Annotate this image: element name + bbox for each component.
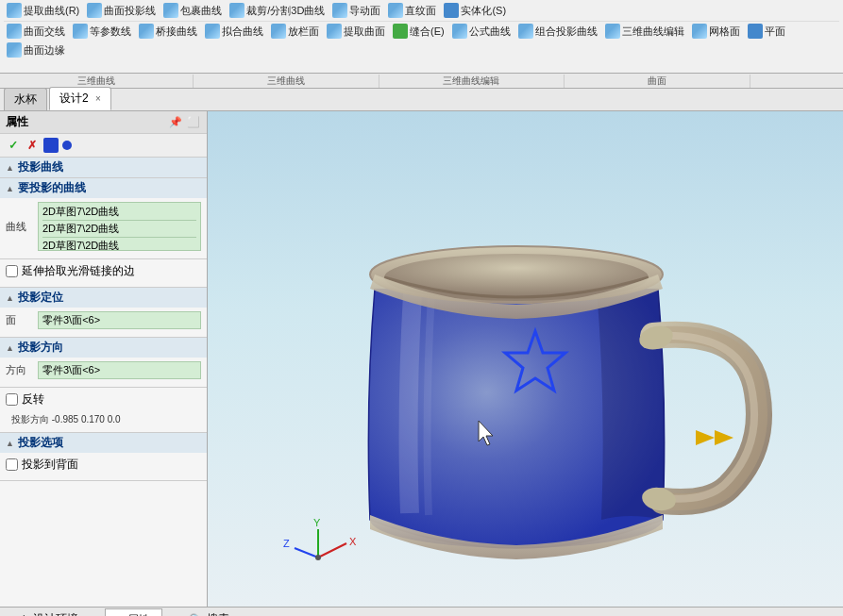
ribbon-ruled-surface[interactable]: 直纹面 (385, 2, 439, 19)
ribbon-extract-curve[interactable]: 提取曲线(R) (4, 2, 82, 19)
direction-value[interactable]: 零件3\面<6> (38, 361, 201, 379)
extend-smooth-row: 延伸拾取光滑链接的边 (0, 259, 207, 288)
tab-bar: 水杯 设计2 × (0, 89, 843, 111)
surface-edge-icon (7, 42, 22, 58)
section-proj-options-title[interactable]: 投影选项 (0, 433, 207, 453)
tab-close-icon[interactable]: × (95, 93, 101, 104)
bottom-bar: ⚙ 设计环境 ≡ 属性 🔍 搜索 (0, 607, 843, 616)
properties-label: 属性 (127, 612, 150, 617)
ribbon-isoparam[interactable]: 等参数线 (70, 23, 134, 40)
extract-curve-icon (7, 3, 22, 18)
section-proj-direction: 投影方向 方向 零件3\面<6> (0, 338, 207, 388)
section-proj-options: 投影选项 投影到背面 (0, 433, 207, 481)
combine-proj-icon (518, 24, 533, 39)
svg-marker-7 (696, 430, 715, 445)
ribbon-extract-surface[interactable]: 提取曲面 (324, 23, 388, 40)
panel-header: 属性 📌 ⬜ (0, 111, 207, 134)
ribbon-surface-intersect[interactable]: 曲面交线 (4, 23, 68, 40)
trim-split-icon (229, 3, 244, 18)
ribbon-group-label-3dcurve2: 三维曲线 (194, 75, 379, 88)
ribbon-wrap-curve[interactable]: 包裹曲线 (160, 2, 225, 19)
curve-item-3[interactable]: 2D草图7\2D曲线 (42, 238, 196, 251)
orange-arrow (696, 430, 733, 445)
panel-pin-icon[interactable]: 📌 (168, 115, 183, 130)
ribbon-surface-proj[interactable]: 曲面投影线 (84, 2, 159, 19)
panel-float-icon[interactable]: ⬜ (186, 115, 201, 130)
section-proj-curve-title[interactable]: 投影曲线 (0, 158, 207, 177)
curve-field-row: 曲线 2D草图7\2D曲线 2D草图7\2D曲线 2D草图7\2D曲线 (6, 202, 201, 251)
viewport[interactable]: X Y Z (208, 111, 843, 607)
surface-intersect-icon (7, 24, 22, 39)
curve-label: 曲线 (6, 220, 34, 234)
ribbon-bridge-curve[interactable]: 桥接曲线 (136, 23, 200, 40)
reverse-label: 反转 (22, 391, 44, 408)
ribbon-surface-edge[interactable]: 曲面边缘 (4, 42, 68, 58)
search-label: 搜索 (207, 611, 229, 616)
options-icon[interactable] (43, 138, 59, 153)
mug-container: X Y Z (255, 121, 824, 588)
reverse-checkbox-row: 反转 (6, 391, 201, 408)
proj-backface-checkbox[interactable] (6, 458, 18, 471)
bottom-tab-design-env[interactable]: ⚙ 设计环境 (8, 608, 90, 616)
tab-shuibei[interactable]: 水杯 (4, 88, 47, 110)
direction-label: 方向 (6, 363, 34, 377)
ribbon-plane[interactable]: 平面 (745, 23, 788, 40)
svg-line-13 (295, 548, 318, 558)
ribbon-stitch[interactable]: 缝合(E) (390, 23, 447, 40)
section-proj-direction-title[interactable]: 投影方向 (0, 338, 207, 358)
svg-text:X: X (349, 536, 357, 547)
search-icon: 🔍 (189, 613, 203, 617)
reverse-checkbox[interactable] (6, 393, 18, 406)
section-proj-position-content: 面 零件3\面<6> (0, 308, 207, 337)
bottom-tab-search[interactable]: 🔍 搜索 (177, 608, 241, 616)
surface-proj-icon (87, 3, 102, 18)
ruled-surface-icon (388, 3, 403, 18)
ribbon-trim-split[interactable]: 裁剪/分割3D曲线 (227, 2, 328, 19)
ribbon-fillet-surface[interactable]: 放栏面 (268, 23, 322, 40)
main-area: 属性 📌 ⬜ ✓ ✗ 投影曲线 要投影的曲线 曲线 (0, 111, 843, 607)
curve-item-2[interactable]: 2D草图7\2D曲线 (42, 221, 196, 238)
solidify-icon (444, 3, 459, 18)
svg-line-9 (318, 543, 346, 558)
direction-field-row: 方向 零件3\面<6> (6, 361, 201, 379)
reverse-row: 反转 投影方向 -0.985 0.170 0.0 (0, 388, 207, 433)
ribbon-mesh-surface[interactable]: 网格面 (689, 23, 743, 40)
extend-smooth-checkbox-row: 延伸拾取光滑链接的边 (6, 263, 201, 279)
svg-marker-8 (715, 430, 733, 445)
ribbon-formula-curve[interactable]: 公式曲线 (449, 23, 514, 40)
section-proj-direction-content: 方向 零件3\面<6> (0, 358, 207, 387)
extend-smooth-label: 延伸拾取光滑链接的边 (22, 263, 135, 279)
fit-curve-icon (205, 24, 220, 39)
section-curves-to-proj: 要投影的曲线 曲线 2D草图7\2D曲线 2D草图7\2D曲线 2D草图7\2D… (0, 178, 207, 259)
extend-smooth-checkbox[interactable] (6, 265, 18, 277)
cancel-icon[interactable]: ✗ (25, 138, 40, 153)
svg-text:Y: Y (313, 517, 321, 528)
ribbon-guide-surface[interactable]: 导动面 (329, 2, 383, 19)
wrap-curve-icon (163, 3, 178, 18)
ribbon-3d-curve-edit[interactable]: 三维曲线编辑 (602, 23, 687, 40)
stitch-icon (393, 24, 408, 39)
tab-design2[interactable]: 设计2 × (49, 87, 111, 110)
curve-values[interactable]: 2D草图7\2D曲线 2D草图7\2D曲线 2D草图7\2D曲线 (38, 202, 201, 251)
section-proj-position: 投影定位 面 零件3\面<6> (0, 288, 207, 338)
face-value[interactable]: 零件3\面<6> (38, 311, 201, 329)
section-proj-position-title[interactable]: 投影定位 (0, 288, 207, 308)
ribbon-fit-curve[interactable]: 拟合曲线 (202, 23, 266, 40)
face-label: 面 (6, 313, 34, 327)
design-env-icon: ⚙ (19, 613, 29, 617)
ribbon-group-label-surface: 曲面 (565, 75, 750, 88)
isoparam-icon (73, 24, 88, 39)
ribbon-group-label-3dcurveedit: 三维曲线编辑 (379, 75, 565, 88)
plane-icon (748, 24, 763, 39)
ribbon-combine-proj[interactable]: 组合投影曲线 (515, 23, 600, 40)
mug-svg: X Y Z (266, 128, 814, 581)
section-proj-options-content: 投影到背面 (0, 453, 207, 480)
face-field-row: 面 零件3\面<6> (6, 311, 201, 329)
dot-indicator (62, 141, 72, 150)
section-curves-title[interactable]: 要投影的曲线 (0, 178, 207, 198)
bottom-tab-properties[interactable]: ≡ 属性 (105, 608, 162, 617)
mesh-surface-icon (692, 24, 707, 39)
curve-item-1[interactable]: 2D草图7\2D曲线 (42, 204, 196, 221)
confirm-icon[interactable]: ✓ (6, 138, 21, 153)
ribbon-solidify[interactable]: 实体化(S) (441, 2, 509, 19)
